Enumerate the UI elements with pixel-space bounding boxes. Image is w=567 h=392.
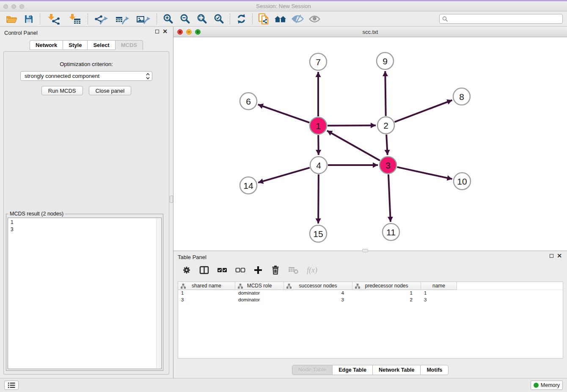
column-header-MCDS-role[interactable]: MCDS role [235,282,284,290]
window-title: Session: New Session [0,3,567,9]
deselect-all-rows-button[interactable] [235,267,245,273]
zoom-in-button[interactable] [160,13,176,25]
graph-edge-2-9[interactable] [385,71,385,116]
main-toolbar [0,11,567,27]
vertical-splitter-handle[interactable] [170,196,173,203]
run-mcds-button[interactable]: Run MCDS [41,86,83,95]
window-titlebar: Session: New Session [0,1,567,11]
import-network-button[interactable] [43,13,64,25]
table-settings-button[interactable] [182,265,191,275]
graphics-details-button[interactable] [289,13,306,25]
table-cell[interactable]: 2 [352,297,421,304]
table-body: 1dominator4113dominator323 [178,290,563,304]
network-window-titlebar[interactable]: scc.txt [173,27,567,37]
control-tab-style[interactable]: Style [63,40,87,50]
search-input[interactable] [450,15,560,23]
graph-edge-2-3[interactable] [386,135,388,155]
hide-panel-button[interactable] [306,13,323,25]
control-tab-mcds[interactable]: MCDS [115,40,143,50]
graph-edge-2-8[interactable] [395,100,452,122]
table-panel: Table Panel ✕ [173,251,567,378]
add-row-button[interactable] [253,265,263,275]
select-all-rows-button[interactable] [217,267,227,273]
graph-edge-1-2[interactable] [328,125,376,126]
export-image-button[interactable] [133,13,154,25]
import-table-button[interactable] [64,13,85,25]
zoom-out-icon [180,14,190,24]
table-tab-node-table[interactable]: Node Table [292,365,332,375]
table-cell[interactable]: 1 [178,290,235,297]
search-field[interactable] [439,14,563,24]
list-icon [7,381,16,389]
zoom-fit-button[interactable] [193,13,210,25]
network-canvas[interactable]: 7968124314101511 [173,37,567,251]
table-cell[interactable]: 1 [421,290,457,297]
floppy-disk-icon [24,14,33,24]
graph-node-label: 11 [386,227,396,237]
table-tab-motifs[interactable]: Motifs [420,365,449,375]
table-panel-header: Table Panel ✕ [173,251,567,262]
table-tab-network-table[interactable]: Network Table [372,365,421,375]
application-window: Session: New Session [0,0,567,392]
node-table[interactable]: shared nameMCDS rolesuccessor nodesprede… [178,282,563,359]
clone-network-button[interactable] [255,13,272,25]
split-columns-button[interactable] [199,265,209,275]
delete-row-button[interactable] [271,265,280,275]
graph-edge-4-14[interactable] [258,168,310,182]
mcds-result-scrollbar[interactable] [156,218,161,368]
graph-edge-3-11[interactable] [388,174,391,222]
home-icon [274,14,287,24]
zoom-out-button[interactable] [176,13,193,25]
graph-node-label: 14 [243,181,253,190]
memory-button[interactable]: Memory [531,381,563,390]
float-panel-icon[interactable] [155,30,159,33]
column-header-label: name [432,283,445,289]
home-button[interactable] [272,13,289,25]
table-cell[interactable]: 3 [284,297,352,304]
graph-edge-1-6[interactable] [258,105,310,123]
optimization-criterion-select[interactable]: strongly connected component [20,71,152,81]
log-console-button[interactable] [4,381,19,390]
mcds-result-list[interactable]: 13 [8,218,162,369]
control-panel: Control Panel ✕ NetworkStyleSelectMCDS O… [0,27,173,378]
refresh-network-button[interactable] [233,13,250,25]
table-cell[interactable]: 3 [421,297,457,304]
close-panel-icon[interactable]: ✕ [162,30,168,33]
column-header-successor-nodes[interactable]: successor nodes [284,282,352,290]
zoom-selected-icon [214,14,224,24]
export-table-button[interactable] [112,13,133,25]
control-tab-select[interactable]: Select [87,40,115,50]
graph-edge-3-10[interactable] [397,167,452,179]
table-cell[interactable]: dominator [235,297,284,304]
close-panel-button[interactable]: Close panel [89,86,132,95]
table-tab-edge-table[interactable]: Edge Table [332,365,372,375]
control-tab-network[interactable]: Network [30,40,63,50]
column-header-shared-name[interactable]: shared name [178,282,235,290]
gear-icon [182,265,191,275]
table-cell[interactable]: 3 [178,297,235,304]
column-header-name[interactable]: name [421,282,457,290]
table-cell[interactable]: 1 [352,290,421,297]
graph-edge-3-1[interactable] [327,131,380,160]
column-header-label: successor nodes [299,283,337,289]
close-table-panel-icon[interactable]: ✕ [557,254,562,258]
zoom-selected-button[interactable] [210,13,227,25]
toolbar-separator [157,14,157,25]
float-table-panel-icon[interactable] [550,254,553,258]
table-cell[interactable]: 4 [284,290,352,297]
save-session-button[interactable] [20,13,37,25]
export-network-button[interactable] [91,13,112,25]
graph-edge-4-15[interactable] [318,174,319,224]
open-session-button[interactable] [3,13,20,25]
network-graph[interactable]: 7968124314101511 [173,37,567,251]
horizontal-splitter-handle[interactable] [362,249,368,252]
table-row[interactable]: 1dominator411 [178,290,563,297]
column-header-predecessor-nodes[interactable]: predecessor nodes [352,282,421,290]
graph-edge-1-4[interactable] [318,135,319,155]
network-window-title: scc.txt [173,29,567,35]
control-panel-tabs: NetworkStyleSelectMCDS [0,40,173,50]
table-cell[interactable]: dominator [235,290,284,297]
table-row[interactable]: 3dominator323 [178,297,563,304]
column-header-label: shared name [192,283,221,289]
checked-boxes-icon [217,267,227,273]
